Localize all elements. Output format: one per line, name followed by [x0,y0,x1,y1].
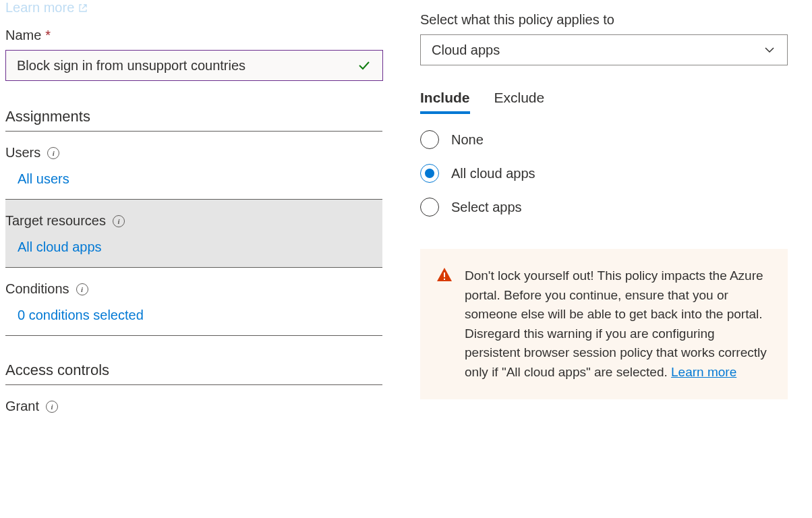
radio-icon [420,198,439,217]
chevron-down-icon [763,43,776,57]
radio-label: All cloud apps [451,166,535,181]
conditions-label: Conditions [5,281,69,297]
learn-more-link-top[interactable]: Learn more [5,0,382,16]
info-icon[interactable]: i [113,215,125,227]
access-controls-heading: Access controls [5,362,382,385]
warning-icon [436,266,453,382]
grant-label: Grant [5,399,39,414]
radio-label: None [451,132,484,148]
target-resources-block[interactable]: Target resources i All cloud apps [5,200,382,268]
name-label: Name * [5,28,382,43]
radio-icon [420,130,439,149]
warning-p1: Don't lock yourself out! This policy imp… [465,266,769,324]
radio-select-apps[interactable]: Select apps [420,198,798,217]
info-icon[interactable]: i [46,401,58,413]
warning-p2: Disregard this warning if you are config… [465,324,769,382]
conditions-block[interactable]: Conditions i 0 conditions selected [5,268,382,336]
policy-name-value: Block sign in from unsupport countries [17,58,245,74]
info-icon[interactable]: i [47,147,59,159]
users-label: Users [5,145,40,161]
check-icon [357,58,372,73]
select-policy-applies-label: Select what this policy applies to [420,12,798,28]
include-radio-group: None All cloud apps Select apps [420,130,798,217]
users-link[interactable]: All users [5,161,382,199]
warning-learn-more-link[interactable]: Learn more [671,365,736,379]
target-resources-link[interactable]: All cloud apps [5,229,382,267]
radio-none[interactable]: None [420,130,798,149]
radio-all-cloud-apps[interactable]: All cloud apps [420,164,798,183]
svg-rect-1 [444,279,445,280]
grant-row[interactable]: Grant i [5,385,382,414]
warning-text: Don't lock yourself out! This policy imp… [465,266,769,382]
assignments-heading: Assignments [5,108,382,132]
dropdown-value: Cloud apps [432,42,500,58]
radio-icon [420,164,439,183]
svg-rect-0 [444,272,445,277]
learn-more-text: Learn more [5,0,74,16]
info-icon[interactable]: i [76,283,88,295]
external-link-icon [78,3,88,13]
include-exclude-tabs: Include Exclude [420,90,798,114]
policy-name-input[interactable]: Block sign in from unsupport countries [5,50,383,81]
tab-include[interactable]: Include [420,90,470,114]
cloud-apps-dropdown[interactable]: Cloud apps [420,34,788,65]
tab-exclude[interactable]: Exclude [494,90,545,114]
conditions-link[interactable]: 0 conditions selected [5,297,382,335]
warning-banner: Don't lock yourself out! This policy imp… [420,249,788,399]
radio-label: Select apps [451,200,522,215]
users-block[interactable]: Users i All users [5,132,382,200]
required-asterisk: * [45,28,51,43]
target-resources-label: Target resources [5,213,106,229]
